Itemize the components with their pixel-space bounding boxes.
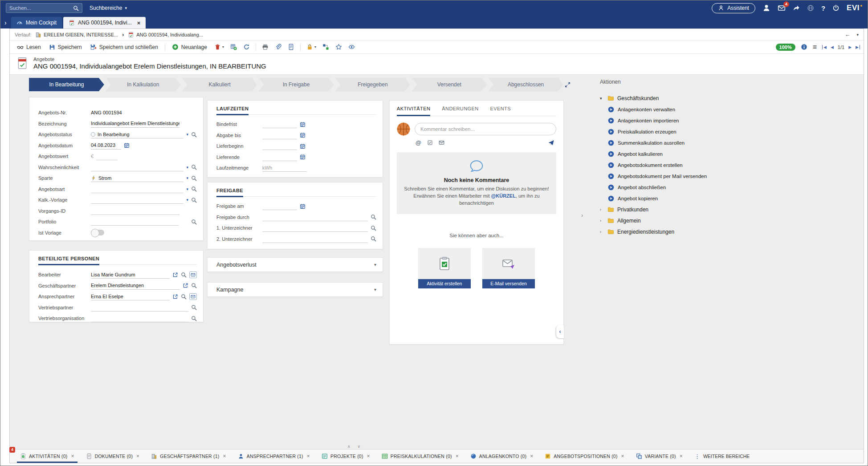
- chevron-right-icon[interactable]: ›: [600, 230, 604, 234]
- bottom-tab-preiskalkulationen[interactable]: PREISKALKULATIONEN (0)×: [376, 450, 465, 463]
- process-step-versendet[interactable]: Versendet: [412, 78, 487, 91]
- lock-button[interactable]: ▾: [304, 42, 319, 53]
- send-icon[interactable]: [548, 139, 554, 146]
- action-preiskalkulation-erzeugen[interactable]: Preiskalkulation erzeugen: [600, 126, 859, 137]
- chevron-down-icon[interactable]: ▾: [186, 187, 188, 191]
- close-icon[interactable]: ×: [137, 20, 141, 26]
- angebotsdatum-input[interactable]: 04.08.2023: [91, 142, 121, 150]
- search-icon[interactable]: [191, 316, 197, 321]
- folder-privatkunden[interactable]: › Privatkunden: [600, 204, 859, 215]
- bottom-tab-dokumente[interactable]: DOKUMENTE (0)×: [80, 450, 146, 463]
- expand-aktionen-icon[interactable]: ›: [581, 212, 583, 219]
- ist-vorlage-toggle[interactable]: [91, 230, 104, 235]
- close-icon[interactable]: ×: [367, 453, 370, 459]
- send-email-button[interactable]: E-Mail versenden: [482, 279, 535, 288]
- wahrscheinlichkeit-input[interactable]: [91, 163, 183, 171]
- tab-aenderungen[interactable]: ÄNDERUNGEN: [442, 106, 478, 116]
- section-kampagne[interactable]: Kampagne▾: [207, 282, 383, 297]
- chevron-down-icon[interactable]: ▾: [600, 96, 604, 101]
- bottom-tab-angebotspositionen[interactable]: ANGEBOTSPOSITIONEN (0)×: [539, 450, 630, 463]
- history-item-business-partner[interactable]: ERELEM GIEßEN, INTERESSE...: [35, 32, 118, 38]
- expand-steps-icon[interactable]: [565, 81, 571, 89]
- process-step-kalkuliert[interactable]: Kalkuliert: [182, 78, 257, 91]
- close-icon[interactable]: ×: [307, 453, 310, 459]
- chevron-down-icon[interactable]: ▾: [856, 32, 859, 37]
- global-search[interactable]: [6, 3, 82, 13]
- info-icon[interactable]: [801, 44, 807, 50]
- menu-icon[interactable]: ≡: [813, 43, 817, 51]
- angebotswert-input[interactable]: [96, 152, 118, 160]
- refresh-button[interactable]: [240, 42, 253, 53]
- chevron-down-icon[interactable]: ▾: [186, 176, 188, 180]
- close-icon[interactable]: ×: [71, 453, 74, 459]
- vertriebspartner-input[interactable]: [91, 304, 188, 312]
- search-icon[interactable]: [371, 236, 376, 242]
- assistant-button[interactable]: Assistent: [712, 3, 755, 13]
- inbox-icon[interactable]: 4: [778, 4, 786, 12]
- action-angebotsdokument-erstellen[interactable]: Angebotsdokument erstellen: [600, 159, 859, 170]
- freigabe-durch-input[interactable]: [262, 213, 368, 221]
- unterzeichner1-input[interactable]: [262, 224, 368, 232]
- delete-button[interactable]: ▾: [212, 42, 227, 53]
- tab-events[interactable]: EVENTS: [490, 106, 511, 116]
- bindefrist-input[interactable]: [262, 120, 297, 128]
- send-mail-icon[interactable]: [189, 271, 197, 278]
- bottom-tab-geschaeftspartner[interactable]: GESCHÄFTSPARTNER (1)×: [145, 450, 232, 463]
- send-email-card[interactable]: E-Mail versenden: [482, 248, 535, 288]
- search-icon[interactable]: [371, 225, 376, 231]
- tab-angebot[interactable]: ANG 0001594, Indivi... ×: [63, 17, 146, 28]
- user-icon[interactable]: [762, 4, 770, 12]
- close-icon[interactable]: ×: [456, 453, 459, 459]
- chevron-right-icon[interactable]: ›: [600, 219, 604, 223]
- ansprechpartner-input[interactable]: Erna El Eselpe: [91, 292, 170, 300]
- zoom-badge[interactable]: 100%: [776, 44, 795, 51]
- search-icon[interactable]: [191, 186, 197, 192]
- tab-mein-cockpit[interactable]: Mein Cockpit: [11, 17, 62, 28]
- first-record-icon[interactable]: ◀: [822, 45, 827, 49]
- search-icon[interactable]: [191, 164, 197, 170]
- speichern-schliessen-button[interactable]: Speichern und schließen: [86, 42, 162, 53]
- search-icon[interactable]: [191, 304, 197, 310]
- calendar-icon[interactable]: [300, 203, 306, 209]
- action-anlagenkonten-verwalten[interactable]: Anlagenkonten verwalten: [600, 104, 859, 115]
- process-step-in-kalkulation[interactable]: In Kalkulation: [106, 78, 181, 91]
- unterzeichner2-input[interactable]: [262, 235, 368, 243]
- previous-record-icon[interactable]: ◀: [831, 45, 834, 49]
- bottom-tab-anlagenkonto[interactable]: ANLAGENKONTO (0)×: [465, 450, 539, 463]
- search-icon[interactable]: [191, 197, 197, 203]
- chevron-down-icon[interactable]: ▾: [186, 165, 188, 170]
- search-scope-dropdown[interactable]: Suchbereiche ▾: [90, 5, 127, 11]
- calendar-icon[interactable]: [124, 142, 130, 148]
- task-icon[interactable]: [427, 140, 433, 146]
- bearbeiter-input[interactable]: Lisa Marie Gundrum: [91, 271, 170, 279]
- watch-button[interactable]: [346, 42, 358, 53]
- search-icon[interactable]: [191, 219, 197, 225]
- close-icon[interactable]: ×: [530, 453, 533, 459]
- lesen-button[interactable]: Lesen: [13, 42, 45, 53]
- angebotsart-input[interactable]: [91, 185, 183, 193]
- calendar-icon[interactable]: [300, 132, 306, 138]
- help-icon[interactable]: ?: [821, 4, 825, 12]
- new-grid-button[interactable]: [228, 42, 240, 53]
- action-angebot-kalkulieren[interactable]: Angebot kalkulieren: [600, 148, 859, 159]
- search-input[interactable]: [9, 5, 71, 11]
- bottom-tab-aktivitaeten[interactable]: AKTIVITÄTEN (0)×: [14, 450, 80, 463]
- vertriebsorganisation-input[interactable]: [91, 314, 188, 322]
- neuanlage-button[interactable]: Neuanlage: [168, 42, 211, 53]
- freigabe-am-input[interactable]: [262, 202, 297, 210]
- last-record-icon[interactable]: ▶: [856, 45, 860, 49]
- search-icon[interactable]: [181, 272, 187, 278]
- mention-icon[interactable]: @: [416, 139, 421, 146]
- sidebar-expand-icon[interactable]: ›: [4, 19, 7, 26]
- lieferende-input[interactable]: [262, 153, 297, 161]
- tab-aktivitaeten[interactable]: AKTIVITÄTEN: [397, 106, 430, 116]
- open-record-icon[interactable]: [183, 283, 188, 288]
- kalk-vorlage-input[interactable]: [91, 196, 183, 204]
- forward-icon[interactable]: [793, 4, 800, 12]
- close-icon[interactable]: ×: [223, 453, 226, 459]
- geschaeftspartner-input[interactable]: Erelem Dienstleistungen: [91, 282, 180, 290]
- action-summenkalkulation-ausrollen[interactable]: Summenkalkulation ausrollen: [600, 137, 859, 148]
- scroll-up-icon[interactable]: ∧: [347, 444, 350, 449]
- search-icon[interactable]: [191, 283, 197, 288]
- calendar-icon[interactable]: [300, 122, 306, 127]
